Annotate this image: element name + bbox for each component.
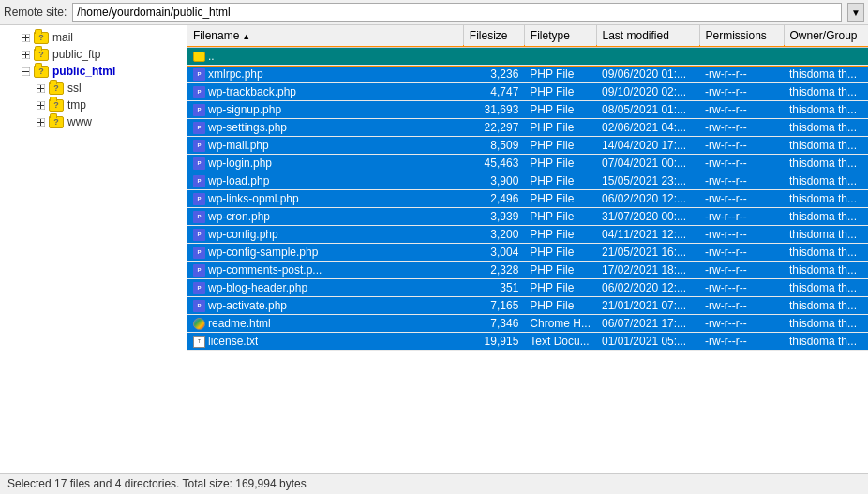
cell-permissions: -rw-r--r-- xyxy=(699,279,784,297)
cell-filesize: 2,496 xyxy=(463,190,524,208)
cell-permissions: -rw-r--r-- xyxy=(699,315,784,333)
cell-filesize: 351 xyxy=(463,279,524,297)
cell-last_modified: 31/07/2020 00:... xyxy=(596,208,699,226)
cell-last_modified: 02/06/2021 04:... xyxy=(596,119,699,137)
folder-up-icon xyxy=(193,52,205,62)
php-file-icon: P xyxy=(193,193,205,205)
cell-filesize: 31,693 xyxy=(463,101,524,119)
cell-filesize: 3,200 xyxy=(463,226,524,244)
filename-text: wp-mail.php xyxy=(208,139,269,152)
filename-text: wp-blog-header.php xyxy=(208,281,307,294)
cell-permissions: -rw-r--r-- xyxy=(699,172,784,190)
remote-site-input[interactable] xyxy=(72,3,842,22)
col-header-last_modified[interactable]: Last modified xyxy=(596,25,699,47)
filename-text: wp-comments-post.p... xyxy=(208,263,322,277)
filename-text: .. xyxy=(208,50,215,63)
table-row[interactable]: Pwp-trackback.php4,747PHP File09/10/2020… xyxy=(187,83,868,101)
cell-filename: .. xyxy=(187,48,347,65)
cell-filetype: Chrome H... xyxy=(524,315,596,333)
filename-text: readme.html xyxy=(208,317,271,330)
cell-owner_group: thisdoma th... xyxy=(784,83,868,101)
cell-filetype: PHP File xyxy=(524,83,596,101)
expand-icon xyxy=(19,48,32,61)
cell-owner_group: thisdoma th... xyxy=(784,226,868,244)
html-file-icon xyxy=(193,318,205,330)
table-row[interactable]: Pwp-activate.php7,165PHP File21/01/2021 … xyxy=(187,297,868,315)
cell-filetype: Text Docu... xyxy=(524,333,596,351)
table-row[interactable]: Tlicense.txt19,915Text Docu...01/01/2021… xyxy=(187,333,868,351)
table-row[interactable]: .. xyxy=(187,47,868,66)
remote-site-bar: Remote site: ▼ xyxy=(0,0,868,25)
tree-item-label: ssl xyxy=(67,82,82,95)
col-header-owner_group[interactable]: Owner/Group xyxy=(784,25,868,47)
php-file-icon: P xyxy=(193,122,205,134)
main-content: ?mail?public_ftp?public_html?ssl?tmp?www… xyxy=(0,25,868,473)
table-row[interactable]: Pxmlrpc.php3,236PHP File09/06/2020 01:..… xyxy=(187,66,868,83)
cell-filesize: 3,236 xyxy=(463,66,524,83)
cell-filename: Pwp-config-sample.php xyxy=(187,244,347,261)
cell-filename: Pwp-settings.php xyxy=(187,119,347,136)
cell-owner_group: thisdoma th... xyxy=(784,262,868,279)
cell-filename: Pwp-signup.php xyxy=(187,101,347,118)
php-file-icon: P xyxy=(193,157,205,170)
cell-filename: Pxmlrpc.php xyxy=(187,66,347,82)
cell-filesize: 8,509 xyxy=(463,137,524,155)
table-row[interactable]: Pwp-comments-post.p...2,328PHP File17/02… xyxy=(187,262,868,279)
col-header-filetype[interactable]: Filetype xyxy=(524,25,596,47)
tree-item-tmp[interactable]: ?tmp xyxy=(0,97,187,113)
tree-item-public_html[interactable]: ?public_html xyxy=(0,63,187,80)
cell-last_modified: 21/01/2021 07:... xyxy=(596,297,699,315)
php-file-icon: P xyxy=(193,282,205,294)
cell-permissions: -rw-r--r-- xyxy=(699,297,784,315)
tree-item-public_ftp[interactable]: ?public_ftp xyxy=(0,46,187,63)
php-file-icon: P xyxy=(193,247,205,259)
cell-last_modified: 01/01/2021 05:... xyxy=(596,333,699,351)
col-header-permissions[interactable]: Permissions xyxy=(699,25,784,47)
cell-owner_group xyxy=(784,47,868,66)
cell-filename: Pwp-config.php xyxy=(187,226,347,243)
table-row[interactable]: Pwp-mail.php8,509PHP File14/04/2020 17:.… xyxy=(187,137,868,155)
cell-filesize: 22,297 xyxy=(463,119,524,137)
status-bar: Selected 17 files and 4 directories. Tot… xyxy=(0,473,868,494)
cell-filetype: PHP File xyxy=(524,137,596,155)
cell-owner_group: thisdoma th... xyxy=(784,244,868,262)
cell-permissions: -rw-r--r-- xyxy=(699,119,784,137)
cell-filename: Pwp-trackback.php xyxy=(187,83,347,100)
cell-owner_group: thisdoma th... xyxy=(784,315,868,333)
cell-filename: Pwp-load.php xyxy=(187,172,347,189)
table-row[interactable]: Pwp-cron.php3,939PHP File31/07/2020 00:.… xyxy=(187,208,868,226)
cell-filetype: PHP File xyxy=(524,190,596,208)
cell-filesize: 3,900 xyxy=(463,172,524,190)
table-row[interactable]: Pwp-signup.php31,693PHP File08/05/2021 0… xyxy=(187,101,868,119)
table-row[interactable]: Pwp-load.php3,900PHP File15/05/2021 23:.… xyxy=(187,172,868,190)
table-row[interactable]: Pwp-blog-header.php351PHP File06/02/2020… xyxy=(187,279,868,297)
cell-permissions: -rw-r--r-- xyxy=(699,244,784,262)
cell-filename: readme.html xyxy=(187,315,347,332)
cell-filesize xyxy=(463,47,524,66)
cell-filetype: PHP File xyxy=(524,119,596,137)
table-row[interactable]: Pwp-login.php45,463PHP File07/04/2021 00… xyxy=(187,155,868,172)
cell-filetype: PHP File xyxy=(524,297,596,315)
table-row[interactable]: readme.html7,346Chrome H...06/07/2021 17… xyxy=(187,315,868,333)
col-header-filesize[interactable]: Filesize xyxy=(463,25,524,47)
cell-filesize: 2,328 xyxy=(463,262,524,279)
cell-last_modified: 06/02/2020 12:... xyxy=(596,279,699,297)
table-row[interactable]: Pwp-config.php3,200PHP File04/11/2021 12… xyxy=(187,226,868,244)
cell-owner_group: thisdoma th... xyxy=(784,66,868,83)
table-row[interactable]: Pwp-links-opml.php2,496PHP File06/02/202… xyxy=(187,190,868,208)
table-row[interactable]: Pwp-config-sample.php3,004PHP File21/05/… xyxy=(187,244,868,262)
tree-item-ssl[interactable]: ?ssl xyxy=(0,80,187,97)
php-file-icon: P xyxy=(193,229,205,241)
filename-text: wp-load.php xyxy=(208,174,269,187)
col-header-filename[interactable]: Filename▲ xyxy=(187,25,463,47)
tree-item-mail[interactable]: ?mail xyxy=(0,29,187,46)
table-row[interactable]: Pwp-settings.php22,297PHP File02/06/2021… xyxy=(187,119,868,137)
remote-site-dropdown[interactable]: ▼ xyxy=(847,3,864,22)
folder-icon: ? xyxy=(34,66,49,78)
cell-last_modified: 09/10/2020 02:... xyxy=(596,83,699,101)
tree-item-www[interactable]: ?www xyxy=(0,113,187,130)
cell-last_modified: 09/06/2020 01:... xyxy=(596,66,699,83)
cell-owner_group: thisdoma th... xyxy=(784,208,868,226)
cell-filesize: 45,463 xyxy=(463,155,524,172)
cell-owner_group: thisdoma th... xyxy=(784,119,868,137)
